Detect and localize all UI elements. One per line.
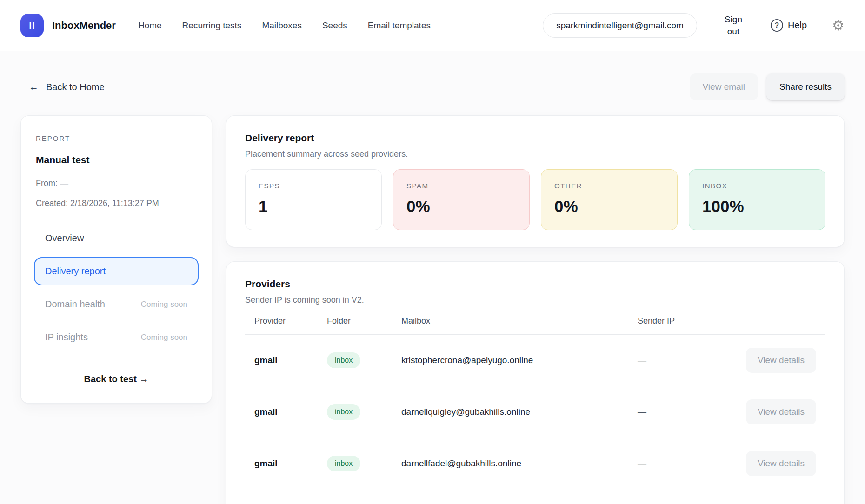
- stat-card-inbox: INBOX 100%: [689, 169, 825, 230]
- column-header-mailbox: Mailbox: [401, 316, 638, 326]
- stat-card-other: OTHER 0%: [541, 169, 678, 230]
- sender-ip-cell: —: [638, 407, 744, 417]
- nav-item-recurring-tests[interactable]: Recurring tests: [182, 20, 242, 31]
- placement-stats: ESPS 1 SPAM 0% OTHER 0% INBOX 100%: [245, 169, 825, 230]
- provider-cell: gmail: [254, 458, 327, 469]
- folder-badge: inbox: [327, 352, 360, 368]
- nav-item-mailboxes[interactable]: Mailboxes: [262, 20, 302, 31]
- stat-card-spam: SPAM 0%: [393, 169, 530, 230]
- view-details-button[interactable]: View details: [746, 451, 816, 476]
- column-header-folder: Folder: [327, 316, 401, 326]
- table-row: gmail inbox darnellfadel@gubakhills.onli…: [245, 438, 825, 489]
- table-row: gmail inbox darnellquigley@gubakhills.on…: [245, 386, 825, 438]
- nav-item-email-templates[interactable]: Email templates: [368, 20, 431, 31]
- view-email-button[interactable]: View email: [690, 73, 759, 100]
- sidebar-item-overview[interactable]: Overview: [34, 224, 199, 252]
- nav-item-home[interactable]: Home: [138, 20, 162, 31]
- stat-card-esps: ESPS 1: [245, 169, 382, 230]
- providers-title: Providers: [245, 279, 825, 290]
- report-sidebar: REPORT Manual test From: — Created: 2/18…: [20, 115, 212, 404]
- sign-out-button[interactable]: Sign out: [720, 13, 746, 37]
- delivery-report-panel: Delivery report Placement summary across…: [226, 115, 845, 247]
- settings-gear-icon[interactable]: ⚙: [832, 19, 845, 33]
- stat-label: SPAM: [406, 182, 516, 190]
- view-details-button[interactable]: View details: [746, 348, 816, 373]
- stat-value: 1: [259, 197, 368, 216]
- coming-soon-badge: Coming soon: [141, 300, 187, 309]
- report-created: Created: 2/18/2026, 11:13:27 PM: [36, 199, 199, 208]
- sidebar-eyebrow: REPORT: [36, 134, 199, 142]
- column-header-provider: Provider: [254, 316, 327, 326]
- mailbox-cell: kristophercrona@apelyugo.online: [401, 355, 638, 365]
- sidebar-item-label: Domain health: [45, 299, 105, 310]
- share-results-button[interactable]: Share results: [766, 73, 845, 100]
- report-from: From: —: [36, 179, 199, 188]
- sender-ip-cell: —: [638, 458, 744, 469]
- account-email-pill[interactable]: sparkmindintelligent@gmail.com: [543, 13, 697, 38]
- delivery-report-title: Delivery report: [245, 133, 825, 144]
- view-details-button[interactable]: View details: [746, 399, 816, 424]
- main-column: Delivery report Placement summary across…: [226, 115, 845, 504]
- app-logo-icon: II: [20, 14, 44, 37]
- sidebar-item-domain-health: Domain health Coming soon: [34, 290, 199, 318]
- table-row: gmail inbox kristophercrona@apelyugo.onl…: [245, 335, 825, 386]
- providers-panel: Providers Sender IP is coming soon in V2…: [226, 261, 845, 504]
- report-toolbar: ← Back to Home View email Share results: [20, 73, 845, 100]
- question-mark-icon: ?: [771, 19, 783, 32]
- nav-item-seeds[interactable]: Seeds: [322, 20, 347, 31]
- content-area: REPORT Manual test From: — Created: 2/18…: [20, 115, 845, 504]
- mailbox-cell: darnellquigley@gubakhills.online: [401, 407, 638, 417]
- report-title: Manual test: [36, 154, 199, 166]
- provider-cell: gmail: [254, 407, 327, 417]
- back-to-test-link[interactable]: Back to test →: [34, 374, 199, 385]
- providers-subtitle: Sender IP is coming soon in V2.: [245, 295, 825, 305]
- sidebar-item-label: Overview: [45, 233, 84, 244]
- stat-label: INBOX: [702, 182, 812, 190]
- help-button[interactable]: ? Help: [771, 19, 807, 32]
- stat-label: ESPS: [259, 182, 368, 190]
- primary-nav: Home Recurring tests Mailboxes Seeds Ema…: [138, 20, 431, 31]
- stat-value: 0%: [406, 197, 516, 216]
- toolbar-actions: View email Share results: [690, 73, 845, 100]
- page-body: ← Back to Home View email Share results …: [0, 73, 865, 504]
- help-label: Help: [788, 20, 807, 31]
- app-name: InboxMender: [52, 20, 116, 32]
- column-header-sender-ip: Sender IP: [638, 316, 744, 326]
- sidebar-item-label: IP insights: [45, 332, 88, 343]
- back-to-home-link[interactable]: ← Back to Home: [29, 81, 105, 93]
- stat-value: 0%: [554, 197, 664, 216]
- table-header-row: Provider Folder Mailbox Sender IP: [245, 316, 825, 335]
- providers-table: Provider Folder Mailbox Sender IP gmail …: [245, 316, 825, 489]
- sidebar-item-delivery-report[interactable]: Delivery report: [34, 257, 199, 285]
- brand[interactable]: II InboxMender: [20, 14, 116, 37]
- stat-label: OTHER: [554, 182, 664, 190]
- sidebar-item-label: Delivery report: [45, 266, 106, 277]
- coming-soon-badge: Coming soon: [141, 333, 187, 342]
- top-navigation-bar: II InboxMender Home Recurring tests Mail…: [0, 0, 865, 51]
- back-arrow-icon: ←: [29, 81, 39, 93]
- folder-badge: inbox: [327, 456, 360, 471]
- delivery-report-subtitle: Placement summary across seed providers.: [245, 149, 825, 159]
- sender-ip-cell: —: [638, 355, 744, 365]
- folder-badge: inbox: [327, 404, 360, 420]
- mailbox-cell: darnellfadel@gubakhills.online: [401, 458, 638, 469]
- back-to-home-label: Back to Home: [46, 82, 105, 93]
- provider-cell: gmail: [254, 355, 327, 365]
- sidebar-item-ip-insights: IP insights Coming soon: [34, 323, 199, 351]
- stat-value: 100%: [702, 197, 812, 216]
